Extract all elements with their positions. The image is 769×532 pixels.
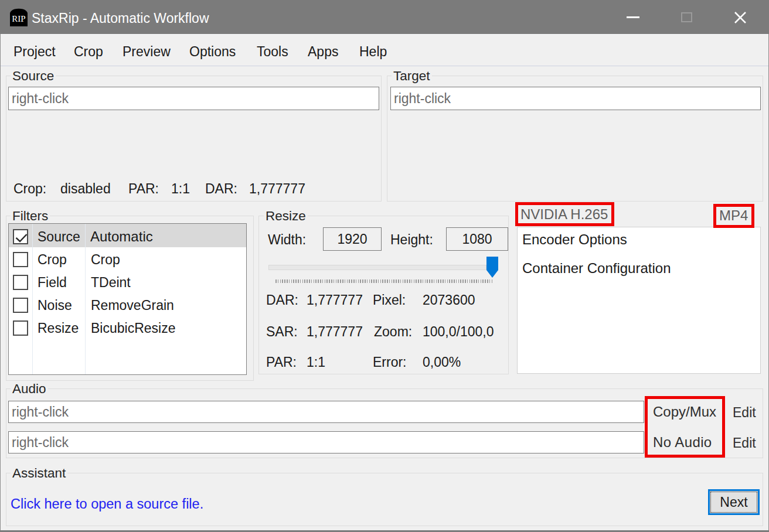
svg-text:RIP: RIP: [12, 14, 25, 23]
